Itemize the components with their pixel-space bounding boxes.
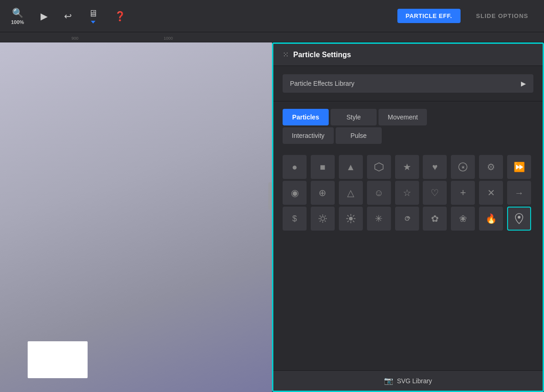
- icon-fast-forward[interactable]: ⏩: [507, 155, 531, 179]
- icons-section: ● ■ ▲ ★ ♥ ★ ⚙ ⏩ ◉ ⊕ △ ☺ ☆ ♡ +: [273, 150, 543, 370]
- icon-hexagon[interactable]: [367, 155, 391, 179]
- tabs-row-2: Interactivity Pulse: [283, 127, 533, 144]
- panel-header-title: Particle Settings: [293, 51, 351, 59]
- icon-asterisk[interactable]: ✳: [367, 207, 391, 231]
- icon-circle-dot[interactable]: ◉: [283, 181, 307, 205]
- monitor-icon: 🖥: [89, 8, 98, 19]
- svg-library-section[interactable]: 📷 SVG Library: [273, 370, 543, 391]
- icon-triangle-outline[interactable]: △: [339, 181, 363, 205]
- undo-tool[interactable]: ↩: [60, 9, 76, 24]
- icon-square[interactable]: ■: [311, 155, 335, 179]
- ruler-canvas: 900 1000: [0, 32, 544, 42]
- toolbar-right: PARTICLE EFF. SLIDE OPTIONS: [397, 9, 537, 23]
- library-btn-arrow-icon: ▶: [521, 80, 526, 87]
- svg-line-10: [325, 216, 325, 217]
- svg-point-21: [518, 216, 520, 219]
- panel-header: ⁙ Particle Settings: [273, 44, 543, 66]
- preview-tool[interactable]: 🖥: [85, 6, 101, 25]
- slide-options-button[interactable]: SLIDE OPTIONS: [468, 9, 537, 23]
- zoom-label: 100%: [11, 19, 24, 25]
- icon-heart-filled[interactable]: ♥: [423, 155, 447, 179]
- svg-marker-0: [375, 163, 383, 171]
- icon-sun-lg[interactable]: [339, 207, 363, 231]
- tab-movement[interactable]: Movement: [378, 109, 427, 125]
- help-tool[interactable]: ❓: [111, 9, 130, 24]
- icon-plus[interactable]: +: [451, 181, 475, 205]
- icon-circle-plus[interactable]: ⊕: [311, 181, 335, 205]
- svg-line-17: [347, 215, 349, 217]
- svg-line-9: [325, 220, 325, 221]
- icon-triangle[interactable]: ▲: [339, 155, 363, 179]
- tab-pulse[interactable]: Pulse: [336, 127, 382, 144]
- svg-line-11: [319, 220, 320, 221]
- select-tool[interactable]: ▶: [37, 9, 51, 24]
- tabs-row-1: Particles Style Movement: [283, 109, 533, 125]
- ruler: 900 1000: [0, 32, 544, 42]
- icon-map-pin[interactable]: [507, 207, 531, 231]
- library-section: Particle Effects Library ▶: [273, 66, 543, 101]
- canvas-area: [0, 42, 272, 392]
- canvas-content: [0, 42, 272, 392]
- particle-effects-library-button[interactable]: Particle Effects Library ▶: [283, 74, 533, 93]
- svg-library-icon: 📷: [384, 376, 393, 385]
- right-panel: ⁙ Particle Settings Particle Effects Lib…: [272, 42, 544, 392]
- icon-fire[interactable]: 🔥: [479, 207, 503, 231]
- tab-particles[interactable]: Particles: [283, 109, 329, 125]
- ruler-mark-1000: 1000: [164, 36, 173, 41]
- active-indicator: [91, 21, 95, 24]
- svg-library-label: SVG Library: [397, 377, 432, 385]
- svg-line-8: [319, 216, 320, 217]
- help-icon: ❓: [114, 11, 126, 22]
- tab-style[interactable]: Style: [331, 109, 377, 125]
- svg-line-18: [353, 221, 354, 222]
- svg-line-19: [353, 215, 354, 217]
- undo-icon: ↩: [64, 11, 72, 22]
- icon-dollar[interactable]: $: [283, 207, 307, 231]
- icons-grid: ● ■ ▲ ★ ♥ ★ ⚙ ⏩ ◉ ⊕ △ ☺ ☆ ♡ +: [283, 155, 533, 231]
- toolbar-left: 🔍 100% ▶ ↩ 🖥 ❓: [7, 6, 397, 27]
- toolbar: 🔍 100% ▶ ↩ 🖥 ❓ PARTICLE EFF. SLIDE OPTIO…: [0, 0, 544, 32]
- icon-star-badge[interactable]: ★: [451, 155, 475, 179]
- library-btn-label: Particle Effects Library: [290, 80, 355, 87]
- tab-interactivity[interactable]: Interactivity: [283, 127, 334, 144]
- icon-spiral[interactable]: [395, 207, 419, 231]
- icon-sun-sm[interactable]: [311, 207, 335, 231]
- particle-settings-icon: ⁙: [283, 50, 289, 59]
- icon-flower[interactable]: ❀: [451, 207, 475, 231]
- cursor-icon: ▶: [41, 11, 47, 22]
- main-area: ⁙ Particle Settings Particle Effects Lib…: [0, 42, 544, 392]
- svg-text:★: ★: [461, 165, 465, 170]
- ruler-mark-900: 900: [71, 36, 78, 41]
- icon-flower-gear[interactable]: ✿: [423, 207, 447, 231]
- svg-point-3: [321, 217, 325, 220]
- icon-gear[interactable]: ⚙: [479, 155, 503, 179]
- svg-line-20: [347, 221, 349, 222]
- icon-arrow-right[interactable]: →: [507, 181, 531, 205]
- particle-eff-button[interactable]: PARTICLE EFF.: [397, 9, 461, 23]
- icon-x-mark[interactable]: ✕: [479, 181, 503, 205]
- icon-heart-outline[interactable]: ♡: [423, 181, 447, 205]
- search-icon: 🔍: [12, 7, 24, 18]
- icon-circle[interactable]: ●: [283, 155, 307, 179]
- vertical-scrollbar[interactable]: [268, 182, 272, 210]
- icon-star-outline[interactable]: ☆: [395, 181, 419, 205]
- zoom-tool[interactable]: 🔍 100%: [7, 6, 28, 27]
- icon-smiley[interactable]: ☺: [367, 181, 391, 205]
- tabs-section: Particles Style Movement Interactivity P…: [273, 101, 543, 150]
- white-box: [28, 341, 88, 378]
- icon-star-filled[interactable]: ★: [395, 155, 419, 179]
- svg-point-12: [349, 217, 353, 220]
